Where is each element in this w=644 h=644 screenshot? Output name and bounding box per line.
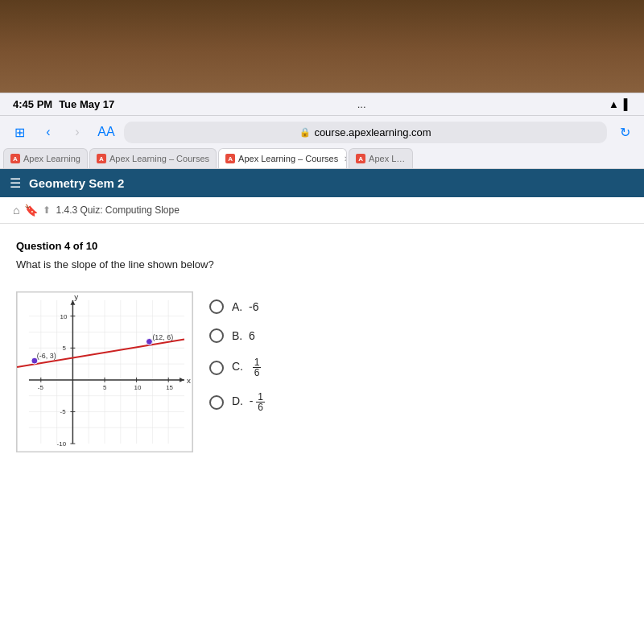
svg-text:15: 15 — [166, 384, 173, 391]
tab-switcher-button[interactable]: ⊞ — [8, 121, 31, 143]
forward-icon: › — [75, 125, 79, 139]
battery-icon: ▌ — [624, 98, 631, 110]
lock-icon: 🔒 — [299, 127, 311, 138]
tab-label-3: Apex Learning – Courses — [238, 154, 338, 163]
forward-button[interactable]: › — [66, 121, 89, 143]
tab-apex-learning-2[interactable]: A Apex Learning – Courses — [89, 148, 217, 168]
aa-label: AA — [97, 125, 114, 139]
fraction-d-denominator: 6 — [256, 402, 265, 412]
svg-text:-10: -10 — [57, 440, 67, 448]
status-bar-left: 4:45 PM Tue May 17 — [13, 98, 114, 110]
fraction-c-denominator: 6 — [253, 368, 262, 378]
breadcrumb-bar: ⌂ 🔖 ⬆ 1.4.3 Quiz: Computing Slope — [0, 197, 644, 224]
tab-apex-learning-3[interactable]: A Apex Learning – Courses ✕ — [218, 148, 347, 168]
svg-text:5: 5 — [63, 345, 67, 352]
qa-layout: x y -5 5 10 15 10 5 — [0, 291, 644, 456]
coordinate-graph: x y -5 5 10 15 10 5 — [16, 291, 193, 452]
svg-text:5: 5 — [103, 384, 107, 391]
status-date: Tue May 17 — [59, 98, 114, 110]
tab-favicon-2: A — [97, 154, 106, 163]
url-text: course.apexlearning.com — [314, 126, 431, 138]
answer-label-d: D. - 1 6 — [232, 392, 265, 412]
answer-label-a: A. -6 — [232, 300, 258, 313]
hamburger-icon[interactable]: ☰ — [10, 175, 21, 191]
status-bar-center: ... — [357, 98, 366, 110]
device-frame: 4:45 PM Tue May 17 ... ▲ ▌ ⊞ ‹ › AA — [0, 93, 644, 644]
radio-c[interactable] — [209, 361, 224, 375]
svg-text:10: 10 — [134, 384, 142, 391]
content-area: ☰ Geometry Sem 2 ⌂ 🔖 ⬆ 1.4.3 Quiz: Compu… — [0, 169, 644, 644]
radio-d[interactable] — [209, 395, 224, 410]
tab-close-3[interactable]: ✕ — [341, 153, 347, 164]
svg-text:(12, 6): (12, 6) — [152, 333, 173, 341]
svg-text:y: y — [74, 292, 78, 301]
question-text: What is the slope of the line shown belo… — [16, 258, 628, 270]
svg-point-43 — [146, 338, 152, 345]
tab-favicon-1: A — [10, 154, 20, 163]
bookmark-icon: 🔖 — [24, 204, 38, 217]
answer-option-a[interactable]: A. -6 — [209, 299, 628, 314]
answers-container: A. -6 B. 6 C. 1 6 — [209, 291, 628, 412]
tab-label-4: Apex L… — [369, 154, 405, 163]
tab-label-2: Apex Learning – Courses — [109, 154, 209, 163]
svg-text:-5: -5 — [38, 384, 44, 391]
refresh-button[interactable]: ↻ — [613, 121, 636, 143]
address-bar[interactable]: 🔒 course.apexlearning.com — [124, 122, 607, 143]
status-bar: 4:45 PM Tue May 17 ... ▲ ▌ — [0, 93, 644, 115]
aa-button[interactable]: AA — [95, 121, 118, 143]
breadcrumb-quiz-label: 1.4.3 Quiz: Computing Slope — [56, 204, 179, 216]
question-area: Question 4 of 10 What is the slope of th… — [0, 224, 644, 291]
app-title: Geometry Sem 2 — [29, 176, 124, 190]
fraction-c: 1 6 — [253, 357, 262, 378]
tab-label-1: Apex Learning — [23, 154, 80, 163]
radio-a[interactable] — [209, 299, 224, 314]
svg-text:(-6, 3): (-6, 3) — [37, 352, 56, 360]
wifi-icon: ▲ — [609, 98, 619, 110]
tab-apex-learning-4[interactable]: A Apex L… — [349, 148, 413, 168]
answer-option-b[interactable]: B. 6 — [209, 328, 628, 343]
fraction-d: 1 6 — [256, 392, 265, 412]
answer-option-d[interactable]: D. - 1 6 — [209, 392, 628, 412]
svg-text:-5: -5 — [60, 408, 67, 415]
tab-apex-learning-1[interactable]: A Apex Learning — [3, 148, 88, 168]
status-dots: ... — [357, 98, 366, 110]
tab-favicon-4: A — [356, 154, 365, 163]
refresh-icon: ↻ — [620, 125, 630, 140]
question-counter: Question 4 of 10 — [16, 240, 628, 252]
answer-label-b: B. 6 — [232, 329, 255, 342]
graph-container: x y -5 5 10 15 10 5 — [16, 291, 193, 456]
tab-favicon-3: A — [225, 154, 235, 163]
home-icon[interactable]: ⌂ — [13, 204, 19, 217]
browser-tabs: A Apex Learning A Apex Learning – Course… — [0, 148, 644, 169]
svg-text:10: 10 — [60, 313, 68, 320]
radio-b[interactable] — [209, 328, 224, 343]
breadcrumb-separator: ⬆ — [43, 204, 51, 216]
back-button[interactable]: ‹ — [37, 121, 60, 143]
browser-toolbar: ⊞ ‹ › AA 🔒 course.apexlearning.com ↻ — [0, 116, 644, 148]
browser-chrome: ⊞ ‹ › AA 🔒 course.apexlearning.com ↻ — [0, 115, 644, 169]
svg-text:x: x — [187, 376, 191, 385]
answer-option-c[interactable]: C. 1 6 — [209, 357, 628, 378]
answer-label-c: C. 1 6 — [232, 357, 261, 378]
back-icon: ‹ — [46, 125, 50, 139]
status-bar-right: ▲ ▌ — [609, 98, 631, 110]
app-header: ☰ Geometry Sem 2 — [0, 169, 644, 197]
status-time: 4:45 PM — [13, 98, 52, 110]
